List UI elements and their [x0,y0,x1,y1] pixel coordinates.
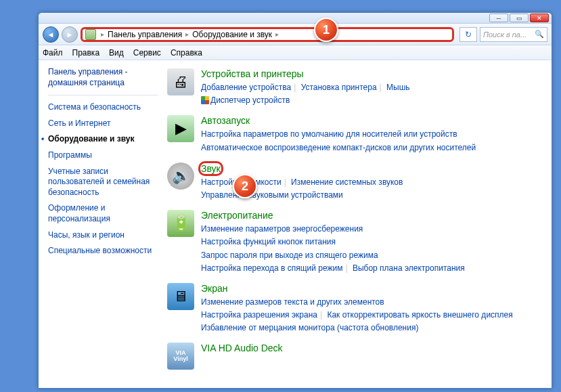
link-power-buttons[interactable]: Настройка функций кнопок питания [201,237,336,246]
menu-tools[interactable]: Сервис [133,48,161,58]
devices-icon: 🖨 [167,68,194,95]
content-area: Панель управления - домашняя страница Си… [39,60,552,388]
category-power: 🔋 Электропитание Изменение параметров эн… [167,210,545,275]
link-resolution[interactable]: Настройка разрешения экрана [201,310,317,320]
category-autoplay: ▶ Автозапуск Настройка параметров по умо… [167,115,545,154]
minimize-button[interactable]: ─ [489,14,508,22]
link-device-manager[interactable]: Диспетчер устройств [210,95,290,105]
link-add-printer[interactable]: Установка принтера [301,83,377,92]
menu-bar: Файл Правка Вид Сервис Справка [39,45,552,60]
link-system-sounds[interactable]: Изменение системных звуков [291,177,403,187]
category-sound: 🔊 Звук Настройка громкости| Изменение си… [167,162,545,202]
menu-edit[interactable]: Правка [72,48,100,58]
sublinks-display: Изменение размеров текста и других элеме… [201,296,545,335]
divider [48,95,158,95]
search-placeholder: Поиск в па... [483,30,526,39]
category-title-via[interactable]: VIA HD Audio Deck [201,343,545,353]
sidebar-item-network[interactable]: Сеть и Интернет [48,116,158,132]
link-autoplay-defaults[interactable]: Настройка параметров по умолчанию для но… [201,129,457,139]
link-power-plan[interactable]: Выбор плана электропитания [353,263,465,273]
annotation-marker-2: 2 [233,174,257,198]
sidebar-item-programs[interactable]: Программы [48,148,158,164]
sidebar-item-users[interactable]: Учетные записи пользователей и семейная … [48,164,158,201]
search-input[interactable]: Поиск в па... 🔍 [480,27,547,42]
link-autoplay-cd[interactable]: Автоматическое воспроизведение компакт-д… [201,143,476,152]
close-button[interactable]: ✕ [530,14,549,22]
sidebar: Панель управления - домашняя страница Си… [39,60,164,388]
category-title-devices[interactable]: Устройства и принтеры [201,68,545,79]
link-audio-devices[interactable]: Управление звуковыми устройствами [201,190,343,200]
separator-icon: ▸ [273,30,281,38]
sidebar-item-appearance[interactable]: Оформление и персонализация [48,200,158,227]
sidebar-home[interactable]: Панель управления - домашняя страница [48,67,158,88]
sublinks-power: Изменение параметров энергосбережения На… [201,223,545,275]
shield-icon [201,96,209,104]
separator-icon: ▸ [99,30,106,38]
sublinks-autoplay: Настройка параметров по умолчанию для но… [201,128,545,154]
link-power-password[interactable]: Запрос пароля при выходе из спящего режи… [201,251,378,260]
refresh-button[interactable]: ↻ [459,27,477,42]
menu-help[interactable]: Справка [171,48,202,58]
annotation-marker-1: 1 [314,18,338,42]
sidebar-item-hardware[interactable]: Оборудование и звук [48,131,158,148]
sound-icon: 🔊 [167,162,194,190]
link-brightness[interactable]: Как откорректировать яркость внешнего ди… [327,310,512,320]
sidebar-item-accessibility[interactable]: Специальные возможности [48,243,158,259]
link-mouse[interactable]: Мышь [386,83,410,92]
control-panel-icon [85,29,96,40]
category-display: 🖥 Экран Изменение размеров текста и друг… [167,283,545,335]
category-title-display[interactable]: Экран [201,283,545,294]
link-refresh-rate[interactable]: Избавление от мерцания монитора (частота… [201,323,418,332]
maximize-button[interactable]: ▭ [510,14,529,22]
forward-button[interactable]: ► [62,26,78,43]
menu-file[interactable]: Файл [43,48,63,58]
separator-icon: ▸ [183,30,191,38]
search-icon: 🔍 [535,30,544,39]
main-panel: 🖨 Устройства и принтеры Добавление устро… [164,60,552,388]
link-add-device[interactable]: Добавление устройства [201,83,291,92]
link-power-save[interactable]: Изменение параметров энергосбережения [201,224,363,234]
titlebar: ─ ▭ ✕ [39,13,552,24]
category-title-sound[interactable]: Звук [201,163,221,174]
sublinks-devices: Добавление устройства| Установка принтер… [201,81,545,107]
via-icon: VIAVinyl [167,343,194,370]
menu-view[interactable]: Вид [109,48,124,58]
link-power-sleep[interactable]: Настройка перехода в спящий режим [201,263,342,273]
back-button[interactable]: ◄ [43,26,59,43]
address-bar[interactable]: ▸ Панель управления ▸ Оборудование и зву… [81,27,454,42]
display-icon: 🖥 [167,283,194,310]
sidebar-item-clock[interactable]: Часы, язык и регион [48,227,158,244]
autoplay-icon: ▶ [167,115,194,142]
sidebar-item-system[interactable]: Система и безопасность [48,100,158,116]
category-title-power[interactable]: Электропитание [201,210,545,221]
breadcrumb-root[interactable]: Панель управления [106,30,183,39]
link-text-size[interactable]: Изменение размеров текста и других элеме… [201,297,384,307]
category-title-autoplay[interactable]: Автозапуск [201,115,545,126]
category-via: VIAVinyl VIA HD Audio Deck [167,343,545,370]
navigation-bar: ◄ ► ▸ Панель управления ▸ Оборудование и… [39,24,552,45]
breadcrumb-sub[interactable]: Оборудование и звук [191,30,273,39]
control-panel-window: ─ ▭ ✕ ◄ ► ▸ Панель управления ▸ Оборудов… [38,12,552,389]
power-icon: 🔋 [167,210,194,237]
category-devices: 🖨 Устройства и принтеры Добавление устро… [167,68,545,107]
